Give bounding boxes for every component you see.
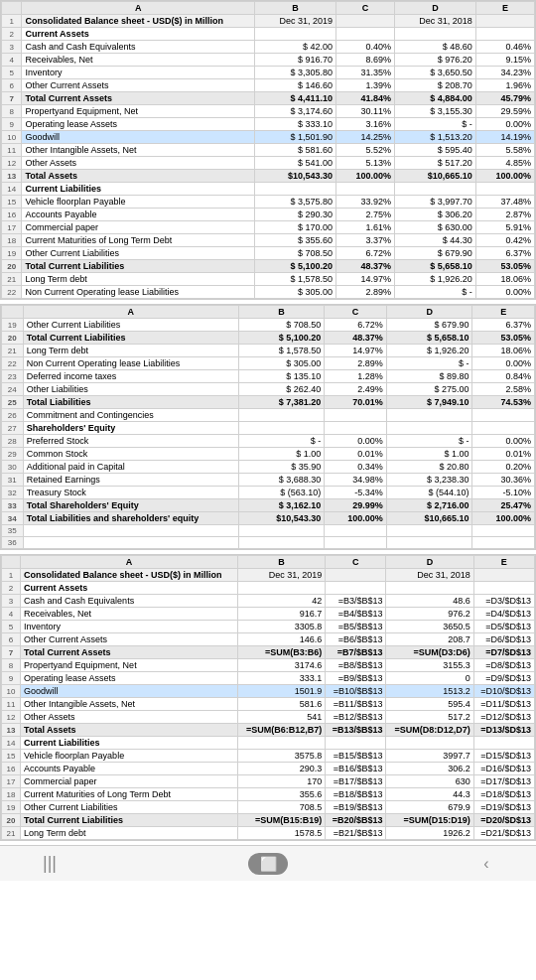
row-value-d: $ 7,949.10 xyxy=(386,396,472,409)
nav-bar-left: ||| xyxy=(20,853,79,874)
table-row: 3Cash and Cash Equivalents42=B3/$B$1348.… xyxy=(2,595,535,608)
row-label: Commercial paper xyxy=(21,775,238,788)
table-row: 25Total Liabilities$ 7,381.2070.01%$ 7,9… xyxy=(2,396,535,409)
row-number: 34 xyxy=(2,512,24,525)
row-value-d: $ 306.20 xyxy=(395,209,476,221)
row-label: Deferred income taxes xyxy=(23,370,238,383)
col-header-a: A xyxy=(21,556,238,569)
row-value-d: $ - xyxy=(395,118,476,131)
row-value-d xyxy=(395,28,476,41)
row-value-d: $ 517.20 xyxy=(395,157,476,170)
row-number: 10 xyxy=(2,131,22,144)
table-row: 19Other Current Liabilities$ 708.506.72%… xyxy=(2,247,535,260)
row-number: 8 xyxy=(2,659,21,672)
row-value-e: =D16/$D$13 xyxy=(473,763,534,775)
row-value-c: =B10/$B$13 xyxy=(326,685,386,698)
row-label: Total Current Liabilities xyxy=(21,814,238,827)
row-value-e: =D19/$D$13 xyxy=(473,801,534,814)
row-value-d: $ 1,926.20 xyxy=(386,345,472,357)
row-label: Total Assets xyxy=(21,724,238,737)
row-label: Treasury Stock xyxy=(23,487,238,499)
row-value-c xyxy=(326,582,386,595)
table-row: 29Common Stock$ 1.000.01%$ 1.000.01% xyxy=(2,448,535,461)
row-value-d: =SUM(D8:D12,D7) xyxy=(386,724,473,737)
row-number: 20 xyxy=(2,814,21,827)
row-value-d: $ 1,926.20 xyxy=(395,273,476,286)
row-label: Current Maturities of Long Term Debt xyxy=(22,234,255,247)
row-value-e xyxy=(473,569,534,582)
row-value-e: 53.05% xyxy=(475,260,534,273)
row-value-b xyxy=(238,537,325,549)
row-value-c: 48.37% xyxy=(325,332,387,345)
row-number: 3 xyxy=(2,595,21,608)
row-value-b: $ 5,100.20 xyxy=(255,260,336,273)
table-row: 20Total Current Liabilities$ 5,100.2048.… xyxy=(2,332,535,345)
table-row: 23Deferred income taxes$ 135.101.28%$ 89… xyxy=(2,370,535,383)
row-value-b: $ 290.30 xyxy=(255,209,336,221)
col-header-rownum xyxy=(2,306,24,319)
row-number: 17 xyxy=(2,221,22,234)
row-label: Consolidated Balance sheet - USD($) in M… xyxy=(21,569,238,582)
row-value-d: $ 1,513.20 xyxy=(395,131,476,144)
row-value-d: $ 275.00 xyxy=(386,383,472,396)
row-value-d: $ (544.10) xyxy=(386,487,472,499)
table-row: 3Cash and Cash Equivalents$ 42.000.40%$ … xyxy=(2,41,535,54)
row-value-c: 100.00% xyxy=(325,512,387,525)
nav-bar-back[interactable]: ‹ xyxy=(457,855,516,873)
row-label: Other Intangible Assets, Net xyxy=(22,144,255,157)
row-value-e: 1.96% xyxy=(475,79,534,92)
row-number: 24 xyxy=(2,383,24,396)
row-value-b xyxy=(255,28,336,41)
row-value-b: $ 35.90 xyxy=(238,461,325,474)
row-value-e: 2.87% xyxy=(475,209,534,221)
row-value-b: $ 708.50 xyxy=(255,247,336,260)
row-number: 21 xyxy=(2,345,24,357)
row-value-e xyxy=(472,537,535,549)
row-value-c: =B20/$B$13 xyxy=(326,814,386,827)
table-row: 12Other Assets541=B12/$B$13517.2=D12/$D$… xyxy=(2,711,535,724)
row-label: Other Current Liabilities xyxy=(22,247,255,260)
row-value-b: $ - xyxy=(238,435,325,448)
col-header-e: E xyxy=(472,306,535,319)
row-label xyxy=(23,525,238,537)
row-number: 9 xyxy=(2,672,21,685)
row-number: 11 xyxy=(2,144,22,157)
row-value-e: 74.53% xyxy=(472,396,535,409)
row-value-b: $ 305.00 xyxy=(255,286,336,299)
row-number: 19 xyxy=(2,247,22,260)
table-row: 32Treasury Stock$ (563.10)-5.34%$ (544.1… xyxy=(2,487,535,499)
row-value-e: =D6/$D$13 xyxy=(473,633,534,646)
nav-bar-home[interactable]: ⬜ xyxy=(248,853,288,875)
row-label: Cash and Cash Equivalents xyxy=(22,41,255,54)
row-value-e: 0.20% xyxy=(472,461,535,474)
spreadsheet-formula: ABCDE1Consolidated Balance sheet - USD($… xyxy=(0,554,536,841)
row-value-d: $ 89.80 xyxy=(386,370,472,383)
row-value-c: 6.72% xyxy=(325,319,387,332)
row-number: 7 xyxy=(2,92,22,105)
row-value-c xyxy=(335,15,394,28)
table-row: 8Propertyand Equipment, Net3174.6=B8/$B$… xyxy=(2,659,535,672)
row-value-e: 18.06% xyxy=(472,345,535,357)
row-value-e: =D3/$D$13 xyxy=(473,595,534,608)
row-number: 31 xyxy=(2,474,24,487)
row-number: 28 xyxy=(2,435,24,448)
row-label: Consolidated Balance sheet - USD($) in M… xyxy=(22,15,255,28)
table-row: 11Other Intangible Assets, Net$ 581.605.… xyxy=(2,144,535,157)
row-value-e: 0.00% xyxy=(475,286,534,299)
balance-sheet-table-middle: ABCDE19Other Current Liabilities$ 708.50… xyxy=(1,305,535,549)
row-value-d: $ 20.80 xyxy=(386,461,472,474)
row-value-d xyxy=(386,409,472,422)
row-number: 12 xyxy=(2,157,22,170)
row-label: Current Liabilities xyxy=(21,737,238,750)
row-value-e xyxy=(472,525,535,537)
row-value-d: $ 4,884.00 xyxy=(395,92,476,105)
row-number: 16 xyxy=(2,209,22,221)
table-row: 26Commitment and Contingencies xyxy=(2,409,535,422)
row-number: 21 xyxy=(2,827,21,840)
row-label: Additional paid in Capital xyxy=(23,461,238,474)
row-value-b: 42 xyxy=(237,595,325,608)
row-value-d: $ 2,716.00 xyxy=(386,499,472,512)
row-number: 22 xyxy=(2,357,24,370)
table-row: 20Total Current Liabilities$ 5,100.2048.… xyxy=(2,260,535,273)
row-value-b: $ 5,100.20 xyxy=(238,332,325,345)
